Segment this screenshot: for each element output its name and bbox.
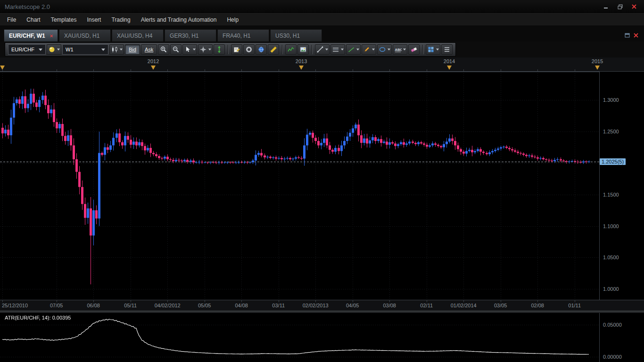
layout-grid-button[interactable] bbox=[426, 44, 440, 55]
price-chart-canvas[interactable] bbox=[0, 72, 600, 300]
donut-button[interactable] bbox=[243, 44, 255, 55]
restore-chart-icon[interactable] bbox=[625, 33, 630, 38]
toolbar-strip: EUR/CHF W1 Bid Ask ABC bbox=[5, 42, 456, 57]
tab-close-icon[interactable]: × bbox=[50, 33, 53, 39]
price-axis-label: 1.2500 bbox=[603, 129, 619, 134]
trendline-button[interactable] bbox=[346, 44, 361, 55]
price-axis-label: 1.3000 bbox=[603, 97, 619, 103]
pointer-button[interactable] bbox=[182, 44, 197, 55]
restore-button[interactable] bbox=[614, 3, 626, 10]
crosshair-icon bbox=[199, 46, 207, 53]
tab-ger30-h1[interactable]: GER30, H1 bbox=[165, 29, 216, 41]
pencil-button[interactable] bbox=[362, 44, 376, 55]
tab-label: XAU/USD, H4 bbox=[117, 33, 152, 39]
instrument-sphere-icon bbox=[48, 46, 56, 53]
current-price-tag: 1.2025(5) bbox=[600, 158, 626, 165]
time-axis-label: 02/08 bbox=[531, 303, 544, 308]
toolbar-divider bbox=[422, 45, 423, 54]
ruler-icon bbox=[270, 46, 277, 53]
chevron-down-icon[interactable] bbox=[193, 49, 196, 50]
zoom-in-button[interactable] bbox=[158, 44, 169, 55]
text-button[interactable]: ABC bbox=[393, 44, 407, 55]
marketscope-window: Marketscope 2.0 FileChartTemplatesInsert… bbox=[0, 0, 644, 362]
chevron-down-icon[interactable] bbox=[341, 49, 344, 50]
instrument-button[interactable] bbox=[47, 44, 61, 55]
time-axis-tick bbox=[575, 300, 575, 302]
minimize-button[interactable] bbox=[600, 3, 612, 10]
line-studies-button[interactable] bbox=[315, 44, 330, 55]
chevron-down-icon bbox=[57, 49, 60, 50]
time-axis-tick bbox=[93, 300, 94, 302]
time-axis-tick bbox=[279, 300, 279, 302]
crosshair-button[interactable] bbox=[198, 44, 213, 55]
chart-type-button[interactable] bbox=[109, 44, 124, 55]
eraser-button[interactable] bbox=[408, 44, 420, 55]
time-ruler[interactable]: 2012201320142015 bbox=[0, 58, 644, 72]
note-button[interactable] bbox=[231, 44, 242, 55]
restore-icon bbox=[618, 4, 623, 9]
menu-item-trading[interactable]: Trading bbox=[106, 14, 135, 26]
tab-fra40-h1[interactable]: FRA40, H1 bbox=[217, 29, 269, 41]
time-axis-tick bbox=[57, 300, 57, 302]
zoom-out-button[interactable] bbox=[170, 44, 182, 55]
toolbar-icon-group: ABC bbox=[158, 44, 453, 55]
time-axis-label: 04/05 bbox=[346, 303, 359, 308]
tab-xau-usd-h1[interactable]: XAU/USD, H1 bbox=[59, 29, 111, 41]
atr-chart-canvas[interactable] bbox=[0, 313, 600, 362]
period-select[interactable]: W1 bbox=[62, 44, 108, 55]
chevron-down-icon[interactable] bbox=[208, 49, 211, 50]
chevron-down-icon[interactable] bbox=[356, 49, 359, 50]
image-button[interactable] bbox=[297, 44, 309, 55]
time-axis[interactable]: 25/12/201007/0506/0805/1104/02/201205/05… bbox=[0, 300, 644, 310]
tab-label: US30, H1 bbox=[275, 33, 300, 39]
time-axis-tick bbox=[501, 300, 501, 302]
close-button[interactable] bbox=[628, 3, 640, 10]
time-axis-label: 03/08 bbox=[383, 303, 396, 308]
menu-item-chart[interactable]: Chart bbox=[21, 14, 45, 26]
ruler-tick bbox=[167, 69, 168, 71]
ruler-tick bbox=[57, 69, 57, 71]
year-marker-icon bbox=[299, 66, 304, 70]
tab-us30-h1[interactable]: US30, H1 bbox=[270, 29, 322, 41]
bid-button[interactable]: Bid bbox=[125, 44, 140, 55]
menu-item-help[interactable]: Help bbox=[222, 14, 244, 26]
ask-button[interactable]: Ask bbox=[141, 44, 157, 55]
trendline-icon bbox=[347, 46, 355, 53]
window-list-button[interactable] bbox=[441, 44, 453, 55]
title-bar: Marketscope 2.0 bbox=[0, 0, 644, 13]
ruler-tick bbox=[241, 69, 242, 71]
horizontal-line-button[interactable] bbox=[330, 44, 345, 55]
menu-item-file[interactable]: File bbox=[2, 14, 21, 26]
close-chart-icon[interactable] bbox=[634, 33, 638, 38]
time-axis-tick bbox=[537, 300, 538, 302]
menu-item-insert[interactable]: Insert bbox=[82, 14, 106, 26]
chevron-down-icon[interactable] bbox=[325, 49, 328, 50]
tab-xau-usd-h4[interactable]: XAU/USD, H4 bbox=[112, 29, 164, 41]
chart-panel: 2012201320142015 1.2025(5) 1.30001.25001… bbox=[0, 58, 644, 310]
time-axis-tick bbox=[2, 300, 3, 302]
chevron-down-icon[interactable] bbox=[372, 49, 375, 50]
year-label: 2013 bbox=[296, 58, 307, 64]
close-icon bbox=[632, 4, 636, 9]
symbol-select[interactable]: EUR/CHF bbox=[8, 44, 46, 55]
toolbar-divider bbox=[228, 45, 228, 54]
globe-button[interactable] bbox=[256, 44, 267, 55]
chevron-down-icon[interactable] bbox=[403, 49, 406, 50]
time-axis-tick bbox=[131, 300, 131, 302]
chevron-down-icon[interactable] bbox=[388, 49, 390, 50]
year-marker-icon bbox=[151, 66, 156, 70]
atr-axis-label: 0.05000 bbox=[603, 322, 622, 328]
toolbar-divider bbox=[282, 45, 282, 54]
price-axis[interactable]: 1.2025(5) 1.30001.25001.15001.10001.0500… bbox=[600, 72, 644, 300]
menu-item-alerts-and-trading-automation[interactable]: Alerts and Trading Automation bbox=[136, 14, 222, 26]
ellipse-button[interactable] bbox=[377, 44, 392, 55]
toolbar-divider bbox=[312, 45, 312, 54]
tab-eur-chf-w1[interactable]: EUR/CHF, W1× bbox=[4, 29, 58, 41]
auto-scroll-button[interactable] bbox=[214, 44, 225, 55]
menu-item-templates[interactable]: Templates bbox=[46, 14, 82, 26]
indicators-button[interactable] bbox=[285, 44, 297, 55]
time-axis-tick bbox=[315, 300, 316, 302]
chevron-down-icon[interactable] bbox=[436, 49, 439, 50]
ruler-button[interactable] bbox=[268, 44, 279, 55]
time-axis-tick bbox=[427, 300, 427, 302]
